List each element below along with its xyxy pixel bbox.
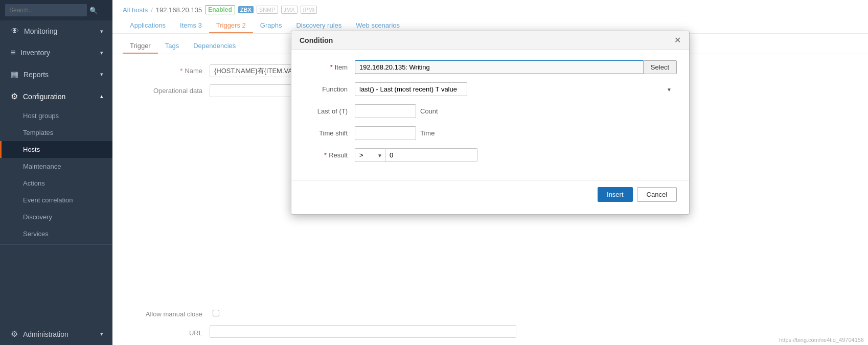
discovery-label: Discovery	[23, 213, 52, 221]
modal-function-select[interactable]: last() - Last (most recent) T valueavg()…	[355, 82, 467, 96]
modal-result-label: Result	[304, 151, 355, 159]
modal-title: Condition	[300, 36, 333, 44]
modal-time-unit: Time	[420, 129, 435, 137]
configuration-arrow-icon: ▴	[100, 93, 103, 100]
sidebar-item-hosts[interactable]: Hosts	[0, 141, 112, 158]
result-operator-select[interactable]: > >= < <= = <>	[355, 148, 385, 162]
modal-item-label: Item	[304, 63, 355, 71]
modal-last-of-row: Last of (T) Count	[304, 104, 677, 118]
modal-last-of-label: Last of (T)	[304, 107, 355, 115]
inventory-icon: ≡	[11, 48, 15, 57]
inventory-arrow-icon: ▾	[100, 50, 103, 56]
sidebar-reports-label: Reports	[24, 71, 100, 79]
modal-header: Condition ✕	[291, 31, 689, 50]
search-input[interactable]	[5, 4, 87, 16]
sidebar-item-maintenance[interactable]: Maintenance	[0, 158, 112, 175]
sidebar: 🔍 👁 Monitoring ▾ ≡ Inventory ▾ ▦ Reports…	[0, 0, 112, 345]
hosts-label: Hosts	[23, 146, 40, 153]
configuration-icon: ⚙	[11, 91, 18, 101]
sidebar-item-host-groups[interactable]: Host groups	[0, 107, 112, 124]
sidebar-item-event-correlation[interactable]: Event correlation	[0, 192, 112, 209]
condition-modal: Condition ✕ Item Select Function	[291, 31, 690, 215]
modal-item-input[interactable]	[355, 60, 643, 74]
modal-overlay: Condition ✕ Item Select Function	[112, 0, 868, 345]
reports-arrow-icon: ▾	[100, 71, 103, 78]
sidebar-configuration-label: Configuration	[23, 93, 100, 101]
modal-select-button[interactable]: Select	[643, 60, 677, 74]
monitoring-arrow-icon: ▾	[100, 28, 103, 35]
modal-result-row: Result > >= < <= = <>	[304, 148, 677, 162]
sidebar-item-reports[interactable]: ▦ Reports ▾	[0, 63, 112, 85]
modal-time-shift-input[interactable]	[355, 126, 416, 140]
sidebar-divider	[0, 244, 112, 245]
administration-arrow-icon: ▾	[100, 331, 103, 337]
sidebar-item-inventory[interactable]: ≡ Inventory ▾	[0, 42, 112, 63]
services-label: Services	[23, 230, 49, 238]
sidebar-item-monitoring[interactable]: 👁 Monitoring ▾	[0, 20, 112, 42]
reports-icon: ▦	[11, 70, 18, 79]
result-operator-wrap: > >= < <= = <>	[355, 148, 385, 162]
sidebar-monitoring-label: Monitoring	[24, 27, 100, 35]
event-correlation-label: Event correlation	[23, 196, 73, 204]
host-groups-label: Host groups	[23, 112, 59, 120]
sidebar-item-templates[interactable]: Templates	[0, 124, 112, 141]
modal-item-input-group: Select	[355, 60, 677, 74]
sidebar-item-configuration[interactable]: ⚙ Configuration ▴	[0, 85, 112, 107]
modal-last-of-input[interactable]	[355, 104, 416, 118]
modal-function-row: Function last() - Last (most recent) T v…	[304, 82, 677, 96]
sidebar-administration-label: Administration	[23, 330, 100, 338]
sidebar-item-discovery[interactable]: Discovery	[0, 209, 112, 225]
search-icon[interactable]: 🔍	[89, 7, 98, 14]
sidebar-item-actions[interactable]: Actions	[0, 175, 112, 192]
monitoring-icon: 👁	[11, 27, 19, 36]
cancel-button[interactable]: Cancel	[637, 187, 677, 202]
maintenance-label: Maintenance	[23, 163, 61, 170]
modal-close-button[interactable]: ✕	[674, 36, 681, 44]
sidebar-inventory-label: Inventory	[20, 49, 100, 57]
function-select-wrap: last() - Last (most recent) T valueavg()…	[355, 82, 677, 96]
modal-function-label: Function	[304, 85, 355, 93]
sidebar-item-services[interactable]: Services	[0, 225, 112, 242]
sidebar-item-administration[interactable]: ⚙ Administration ▾	[0, 323, 112, 345]
modal-footer: Insert Cancel	[291, 180, 689, 208]
result-value-input[interactable]	[385, 148, 477, 162]
modal-time-shift-row: Time shift Time	[304, 126, 677, 140]
modal-time-shift-label: Time shift	[304, 129, 355, 137]
templates-label: Templates	[23, 129, 53, 136]
sidebar-search-area: 🔍	[0, 0, 112, 20]
modal-item-row: Item Select	[304, 60, 677, 74]
main-content: All hosts / 192.168.20.135 Enabled ZBX S…	[112, 0, 868, 345]
modal-body: Item Select Function last() - Last (most…	[291, 50, 689, 180]
modal-count-unit: Count	[420, 107, 438, 115]
actions-label: Actions	[23, 179, 45, 187]
result-input-group: > >= < <= = <>	[355, 148, 477, 162]
administration-icon: ⚙	[11, 329, 18, 339]
insert-button[interactable]: Insert	[598, 187, 633, 202]
